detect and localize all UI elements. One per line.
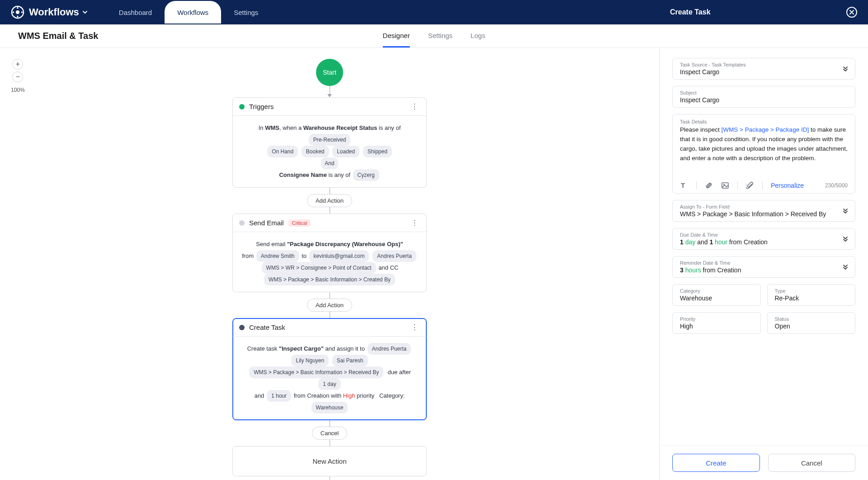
chip-path: WMS > Package > Basic Information > Rece… — [249, 366, 383, 378]
chevron-down-icon — [82, 9, 88, 15]
chip-person: Andres Puerta — [368, 343, 411, 355]
panel-footer: Create Cancel — [660, 445, 868, 480]
status-field[interactable]: Status Open — [767, 312, 856, 334]
attachment-icon[interactable] — [746, 181, 754, 190]
chip-consignee: Cyzerg — [353, 169, 379, 181]
panel-title: Create Task — [670, 8, 711, 16]
chip-email: kevinluis@gmail.com — [309, 250, 369, 262]
char-counter: 230/5000 — [825, 182, 848, 189]
zoom-percent: 100% — [11, 87, 25, 93]
chip-duration: 1 hour — [267, 390, 291, 402]
zoom-controls: + − 100% — [11, 59, 25, 93]
chip-status: Loaded — [332, 146, 359, 157]
chip-status: Shipped — [363, 146, 392, 157]
status-dot-icon — [239, 104, 245, 109]
nav-tab-dashboard[interactable]: Dashboard — [106, 1, 165, 24]
flow-column: Start Triggers ⋮ In WMS, when a Warehous… — [0, 48, 659, 480]
subtab-designer[interactable]: Designer — [383, 24, 410, 48]
canvas[interactable]: + − 100% Start Triggers ⋮ In WMS, when a… — [0, 48, 659, 480]
subtabs: Designer Settings Logs — [383, 24, 486, 48]
subtab-logs[interactable]: Logs — [471, 24, 486, 48]
create-task-body: Create task "Inspect Cargo" and assign i… — [233, 337, 426, 420]
side-panel: Task Source - Task Templates Inspect Car… — [659, 48, 868, 480]
svg-text:T: T — [681, 181, 685, 189]
panel-body: Task Source - Task Templates Inspect Car… — [660, 48, 868, 445]
chevron-double-down-icon — [842, 264, 849, 270]
details-toolbar: T Personalize 230/5000 — [680, 178, 848, 190]
chip-person: Sai Paresh — [332, 355, 368, 366]
subject-field[interactable]: Subject Inspect Cargo — [672, 86, 855, 108]
workflow-title: WMS Email & Task — [18, 31, 98, 41]
top-navbar: Workflows Dashboard Workflows Settings C… — [0, 0, 868, 24]
image-icon[interactable] — [721, 181, 729, 190]
add-action-button[interactable]: Add Action — [307, 299, 352, 312]
kebab-menu-icon[interactable]: ⋮ — [409, 323, 420, 332]
subheader: WMS Email & Task Designer Settings Logs — [0, 24, 868, 48]
start-node[interactable]: Start — [316, 59, 343, 86]
assign-to-field[interactable]: Assign To - Form Field WMS > Package > B… — [672, 200, 855, 222]
send-email-title: Send Email Critical — [249, 219, 409, 227]
status-dot-icon — [239, 325, 245, 330]
task-source-field[interactable]: Task Source - Task Templates Inspect Car… — [672, 58, 855, 80]
svg-point-1 — [16, 10, 19, 14]
chevron-double-down-icon — [842, 208, 849, 214]
nav-tabs: Dashboard Workflows Settings — [106, 1, 271, 24]
text-format-icon[interactable]: T — [680, 181, 688, 190]
chip-status: Pre-Received — [309, 134, 351, 146]
triggers-body: In WMS, when a Warehouse Receipt Status … — [233, 116, 426, 187]
task-details-field[interactable]: Task Details Please inspect [WMS > Packa… — [672, 114, 855, 194]
create-task-card[interactable]: Create Task ⋮ Create task "Inspect Cargo… — [232, 318, 427, 420]
create-button[interactable]: Create — [672, 454, 760, 472]
chip-person: Lily Nguyen — [291, 355, 329, 366]
chevron-double-down-icon — [842, 236, 849, 242]
chip-category: Warehouse — [311, 402, 348, 413]
panel-cancel-button[interactable]: Cancel — [768, 454, 856, 472]
main: + − 100% Start Triggers ⋮ In WMS, when a… — [0, 48, 868, 480]
zoom-out-button[interactable]: − — [12, 71, 23, 82]
critical-badge: Critical — [288, 219, 311, 227]
chip-person: Andres Puerta — [373, 250, 416, 262]
kebab-menu-icon[interactable]: ⋮ — [409, 102, 420, 111]
personalize-link[interactable]: Personalize — [771, 182, 804, 189]
task-details-text[interactable]: Please inspect [WMS > Package > Package … — [680, 125, 848, 171]
brand-icon — [11, 5, 24, 19]
add-action-button[interactable]: Add Action — [307, 194, 352, 207]
cancel-button[interactable]: Cancel — [312, 427, 347, 440]
brand-title-text: Workflows — [29, 6, 79, 18]
subtab-settings[interactable]: Settings — [428, 24, 453, 48]
triggers-card[interactable]: Triggers ⋮ In WMS, when a Warehouse Rece… — [232, 97, 427, 188]
zoom-in-button[interactable]: + — [12, 59, 23, 70]
chip-duration: 1 day — [318, 378, 340, 390]
priority-field[interactable]: Priority High — [672, 312, 761, 334]
reminder-date-field[interactable]: Reminder Date & Time 3 hours from Creati… — [672, 256, 855, 278]
chip-status: Booked — [302, 146, 329, 157]
kebab-menu-icon[interactable]: ⋮ — [409, 219, 420, 227]
send-email-card[interactable]: Send Email Critical ⋮ Send email "Packag… — [232, 214, 427, 292]
status-dot-icon — [239, 220, 245, 226]
panel-header: Create Task — [659, 0, 868, 24]
create-task-title: Create Task — [249, 323, 409, 331]
chip-path: WMS > Package > Basic Information > Crea… — [264, 274, 395, 285]
arrow-down-icon — [327, 94, 332, 97]
link-icon[interactable] — [705, 181, 713, 190]
brand: Workflows — [11, 5, 88, 19]
due-date-field[interactable]: Due Date & Time 1 day and 1 hour from Cr… — [672, 228, 855, 250]
chip-path: WMS > WR > Consignee > Point of Contact — [262, 262, 376, 274]
close-icon[interactable] — [846, 7, 857, 18]
send-email-body: Send email "Package Discrepancy (Warehou… — [233, 232, 426, 292]
type-field[interactable]: Type Re-Pack — [767, 284, 856, 306]
triggers-title: Triggers — [249, 103, 409, 110]
nav-tab-settings[interactable]: Settings — [221, 1, 271, 24]
chevron-double-down-icon — [842, 66, 849, 72]
nav-tab-workflows[interactable]: Workflows — [165, 1, 221, 24]
chip-status: On Hand — [267, 146, 298, 157]
new-action-card[interactable]: New Action — [232, 446, 427, 476]
chip-and: And — [321, 157, 338, 169]
category-field[interactable]: Category Warehouse — [672, 284, 761, 306]
chip-person: Andrew Smith — [256, 250, 299, 262]
brand-title[interactable]: Workflows — [29, 6, 88, 18]
